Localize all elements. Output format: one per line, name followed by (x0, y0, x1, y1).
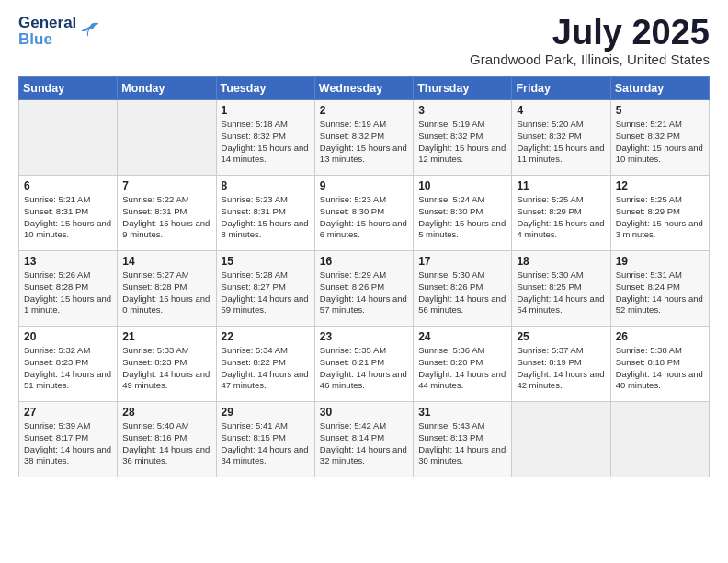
day-number: 11 (517, 179, 605, 192)
logo: General Blue (18, 15, 100, 48)
calendar-cell (19, 100, 118, 176)
title-block: July 2025 Grandwood Park, Illinois, Unit… (470, 15, 710, 67)
day-number: 21 (122, 330, 210, 343)
calendar-cell (610, 402, 709, 477)
calendar-week-row: 13Sunrise: 5:26 AM Sunset: 8:28 PM Dayli… (19, 251, 710, 327)
calendar-week-row: 1Sunrise: 5:18 AM Sunset: 8:32 PM Daylig… (19, 100, 710, 176)
calendar-cell: 3Sunrise: 5:19 AM Sunset: 8:32 PM Daylig… (414, 100, 512, 176)
calendar-cell: 17Sunrise: 5:30 AM Sunset: 8:26 PM Dayli… (414, 251, 512, 327)
calendar-cell: 13Sunrise: 5:26 AM Sunset: 8:28 PM Dayli… (19, 251, 118, 327)
day-info: Sunrise: 5:23 AM Sunset: 8:31 PM Dayligh… (222, 194, 310, 241)
calendar-table: SundayMondayTuesdayWednesdayThursdayFrid… (18, 76, 710, 477)
logo-blue: Blue (18, 31, 76, 48)
calendar-cell: 10Sunrise: 5:24 AM Sunset: 8:30 PM Dayli… (414, 176, 512, 251)
day-number: 25 (517, 330, 605, 343)
day-info: Sunrise: 5:40 AM Sunset: 8:16 PM Dayligh… (122, 420, 210, 467)
calendar-cell: 4Sunrise: 5:20 AM Sunset: 8:32 PM Daylig… (512, 100, 610, 176)
calendar-week-row: 6Sunrise: 5:21 AM Sunset: 8:31 PM Daylig… (19, 176, 710, 251)
calendar-cell: 8Sunrise: 5:23 AM Sunset: 8:31 PM Daylig… (216, 176, 314, 251)
day-info: Sunrise: 5:30 AM Sunset: 8:25 PM Dayligh… (517, 270, 605, 316)
day-info: Sunrise: 5:33 AM Sunset: 8:23 PM Dayligh… (122, 345, 210, 392)
day-info: Sunrise: 5:27 AM Sunset: 8:28 PM Dayligh… (122, 270, 210, 316)
calendar-cell: 22Sunrise: 5:34 AM Sunset: 8:22 PM Dayli… (216, 327, 314, 402)
day-number: 24 (418, 330, 506, 343)
day-info: Sunrise: 5:24 AM Sunset: 8:30 PM Dayligh… (418, 194, 506, 241)
calendar-cell: 31Sunrise: 5:43 AM Sunset: 8:13 PM Dayli… (414, 402, 512, 477)
day-info: Sunrise: 5:25 AM Sunset: 8:29 PM Dayligh… (616, 194, 704, 241)
day-info: Sunrise: 5:19 AM Sunset: 8:32 PM Dayligh… (320, 119, 408, 166)
day-number: 5 (616, 104, 704, 117)
calendar-header-sunday: Sunday (19, 77, 118, 100)
calendar-cell: 29Sunrise: 5:41 AM Sunset: 8:15 PM Dayli… (216, 402, 314, 477)
calendar-cell: 26Sunrise: 5:38 AM Sunset: 8:18 PM Dayli… (610, 327, 709, 402)
calendar-week-row: 27Sunrise: 5:39 AM Sunset: 8:17 PM Dayli… (19, 402, 710, 477)
day-info: Sunrise: 5:43 AM Sunset: 8:13 PM Dayligh… (418, 420, 506, 467)
calendar-cell: 19Sunrise: 5:31 AM Sunset: 8:24 PM Dayli… (610, 251, 709, 327)
day-number: 29 (222, 406, 310, 419)
day-number: 6 (24, 179, 112, 192)
calendar-header-friday: Friday (512, 77, 610, 100)
month-title: July 2025 (470, 15, 710, 50)
day-info: Sunrise: 5:37 AM Sunset: 8:19 PM Dayligh… (517, 345, 605, 392)
day-info: Sunrise: 5:28 AM Sunset: 8:27 PM Dayligh… (222, 270, 310, 316)
day-number: 20 (24, 330, 112, 343)
calendar-cell: 7Sunrise: 5:22 AM Sunset: 8:31 PM Daylig… (118, 176, 216, 251)
day-info: Sunrise: 5:39 AM Sunset: 8:17 PM Dayligh… (24, 420, 112, 467)
day-info: Sunrise: 5:21 AM Sunset: 8:31 PM Dayligh… (24, 194, 112, 241)
day-number: 14 (122, 255, 210, 268)
day-info: Sunrise: 5:26 AM Sunset: 8:28 PM Dayligh… (24, 270, 112, 316)
calendar-cell: 20Sunrise: 5:32 AM Sunset: 8:23 PM Dayli… (19, 327, 118, 402)
calendar-cell: 2Sunrise: 5:19 AM Sunset: 8:32 PM Daylig… (314, 100, 413, 176)
day-number: 12 (616, 179, 704, 192)
header: General Blue July 2025 Grandwood Park, I… (18, 15, 710, 67)
day-number: 8 (222, 179, 310, 192)
calendar-cell: 5Sunrise: 5:21 AM Sunset: 8:32 PM Daylig… (610, 100, 709, 176)
calendar-cell: 14Sunrise: 5:27 AM Sunset: 8:28 PM Dayli… (118, 251, 216, 327)
day-number: 16 (320, 255, 408, 268)
location-title: Grandwood Park, Illinois, United States (470, 52, 710, 67)
day-number: 4 (517, 104, 605, 117)
day-number: 31 (418, 406, 506, 419)
day-number: 27 (24, 406, 112, 419)
calendar-cell: 25Sunrise: 5:37 AM Sunset: 8:19 PM Dayli… (512, 327, 610, 402)
calendar-cell (118, 100, 216, 176)
day-number: 9 (320, 179, 408, 192)
logo-general: General (18, 15, 76, 31)
day-number: 7 (122, 179, 210, 192)
calendar-cell: 6Sunrise: 5:21 AM Sunset: 8:31 PM Daylig… (19, 176, 118, 251)
day-number: 3 (418, 104, 506, 117)
day-info: Sunrise: 5:19 AM Sunset: 8:32 PM Dayligh… (418, 119, 506, 166)
calendar-cell: 28Sunrise: 5:40 AM Sunset: 8:16 PM Dayli… (118, 402, 216, 477)
calendar-cell: 12Sunrise: 5:25 AM Sunset: 8:29 PM Dayli… (610, 176, 709, 251)
day-number: 22 (222, 330, 310, 343)
day-number: 28 (122, 406, 210, 419)
day-info: Sunrise: 5:31 AM Sunset: 8:24 PM Dayligh… (616, 270, 704, 316)
day-info: Sunrise: 5:41 AM Sunset: 8:15 PM Dayligh… (222, 420, 310, 467)
calendar-cell: 9Sunrise: 5:23 AM Sunset: 8:30 PM Daylig… (314, 176, 413, 251)
day-number: 13 (24, 255, 112, 268)
calendar-header-monday: Monday (118, 77, 216, 100)
calendar-cell (512, 402, 610, 477)
calendar-cell: 18Sunrise: 5:30 AM Sunset: 8:25 PM Dayli… (512, 251, 610, 327)
calendar-cell: 21Sunrise: 5:33 AM Sunset: 8:23 PM Dayli… (118, 327, 216, 402)
day-number: 15 (222, 255, 310, 268)
day-info: Sunrise: 5:23 AM Sunset: 8:30 PM Dayligh… (320, 194, 408, 241)
day-info: Sunrise: 5:32 AM Sunset: 8:23 PM Dayligh… (24, 345, 112, 392)
day-number: 10 (418, 179, 506, 192)
calendar-header-saturday: Saturday (610, 77, 709, 100)
day-info: Sunrise: 5:20 AM Sunset: 8:32 PM Dayligh… (517, 119, 605, 166)
calendar-cell: 15Sunrise: 5:28 AM Sunset: 8:27 PM Dayli… (216, 251, 314, 327)
calendar-cell: 24Sunrise: 5:36 AM Sunset: 8:20 PM Dayli… (414, 327, 512, 402)
day-number: 19 (616, 255, 704, 268)
calendar-cell: 30Sunrise: 5:42 AM Sunset: 8:14 PM Dayli… (314, 402, 413, 477)
calendar-cell: 23Sunrise: 5:35 AM Sunset: 8:21 PM Dayli… (314, 327, 413, 402)
day-info: Sunrise: 5:34 AM Sunset: 8:22 PM Dayligh… (222, 345, 310, 392)
page: General Blue July 2025 Grandwood Park, I… (0, 0, 728, 563)
day-info: Sunrise: 5:22 AM Sunset: 8:31 PM Dayligh… (122, 194, 210, 241)
day-info: Sunrise: 5:35 AM Sunset: 8:21 PM Dayligh… (320, 345, 408, 392)
day-info: Sunrise: 5:18 AM Sunset: 8:32 PM Dayligh… (222, 119, 310, 166)
day-number: 1 (222, 104, 310, 117)
logo-bird-icon (80, 19, 100, 40)
day-info: Sunrise: 5:25 AM Sunset: 8:29 PM Dayligh… (517, 194, 605, 241)
calendar-header-row: SundayMondayTuesdayWednesdayThursdayFrid… (19, 77, 710, 100)
